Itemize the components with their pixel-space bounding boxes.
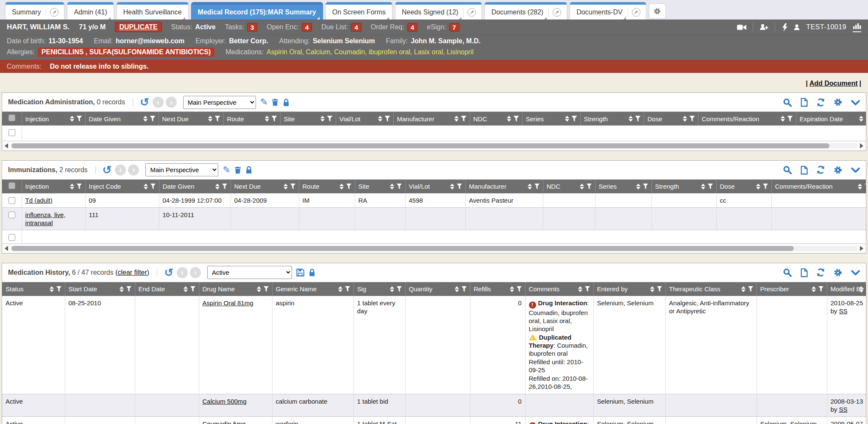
sort-icon[interactable] [629, 116, 633, 122]
open-enc-count-badge[interactable]: 4 [302, 23, 312, 32]
collapse-icon[interactable] [851, 166, 860, 174]
column-header[interactable]: Comments/Reaction [698, 112, 796, 126]
select-all-checkbox[interactable] [2, 180, 22, 193]
sort-icon[interactable] [450, 184, 454, 190]
filter-icon[interactable] [77, 116, 82, 122]
drug-name-link[interactable]: Aspirin Oral 81mg [203, 299, 253, 307]
prev-perspective-icon[interactable]: ‹ [115, 165, 126, 176]
modified-by-link[interactable]: SS [839, 307, 848, 315]
tab-medical-record-mar-summary[interactable]: Medical Record (175):MAR Summary [191, 2, 323, 20]
sort-icon[interactable] [144, 184, 148, 190]
column-header[interactable]: End Date [135, 282, 199, 296]
lock-icon[interactable] [309, 268, 315, 276]
search-icon[interactable] [783, 268, 792, 277]
tab-needs-signed[interactable]: Needs Signed (12)↗ [395, 2, 482, 20]
filter-icon[interactable] [56, 286, 62, 292]
column-header[interactable]: Manufacturer [465, 180, 543, 193]
sort-icon[interactable] [184, 286, 188, 292]
search-icon[interactable] [783, 165, 792, 174]
filter-icon[interactable] [327, 116, 333, 122]
filter-icon[interactable] [77, 184, 82, 190]
scroll-right-icon[interactable] [860, 143, 863, 148]
lock-icon[interactable] [245, 166, 252, 174]
add-user-icon[interactable] [760, 24, 768, 31]
tasks-count-badge[interactable]: 3 [247, 23, 257, 32]
sort-icon[interactable] [580, 184, 584, 190]
tab-admin[interactable]: Admin (41) [67, 2, 114, 20]
filter-icon[interactable] [264, 286, 269, 292]
search-icon[interactable] [783, 98, 792, 107]
new-document-icon[interactable] [800, 165, 808, 175]
order-req-count-badge[interactable]: 4 [407, 23, 417, 32]
column-header[interactable]: Date Given [85, 112, 159, 126]
column-header[interactable]: Site [355, 180, 405, 193]
filter-icon[interactable] [462, 286, 467, 292]
sort-icon[interactable] [320, 116, 325, 122]
sort-icon[interactable] [70, 116, 74, 122]
sort-icon[interactable] [339, 184, 344, 190]
gear-icon[interactable] [833, 98, 843, 107]
filter-icon[interactable] [346, 184, 352, 190]
column-header[interactable]: Comments [525, 282, 593, 296]
edit-icon[interactable]: ✎ [260, 97, 268, 108]
tab-documents[interactable]: Documents (282)↗ [484, 2, 567, 20]
sort-icon[interactable] [812, 286, 816, 292]
sort-icon[interactable] [701, 184, 705, 190]
column-header[interactable]: Vial/Lot [336, 112, 393, 126]
column-header[interactable]: Series [522, 112, 580, 126]
column-header[interactable]: Series [595, 180, 651, 193]
filter-icon[interactable] [345, 286, 351, 292]
gear-icon[interactable] [833, 165, 843, 175]
video-camera-icon[interactable] [737, 24, 746, 30]
sort-icon[interactable] [454, 116, 459, 122]
column-header[interactable]: Prescriber [757, 282, 827, 296]
column-header[interactable]: Route [223, 112, 280, 126]
scroll-right-icon[interactable] [860, 246, 863, 251]
sort-icon[interactable] [50, 286, 54, 292]
column-header[interactable]: Manufacturer [393, 112, 470, 126]
sort-icon[interactable] [208, 116, 212, 122]
popout-icon[interactable]: ↗ [50, 8, 58, 17]
filter-icon[interactable] [690, 116, 695, 122]
add-document-link[interactable]: Add Document [810, 80, 858, 87]
tab-health-surveillance[interactable]: Health Surveillance [117, 2, 189, 20]
tab-documents-dv[interactable]: Documents-DV↗ [570, 2, 646, 20]
sort-icon[interactable] [578, 286, 582, 292]
tab-summary[interactable]: Summary↗ [5, 2, 64, 20]
delete-icon[interactable] [272, 98, 278, 106]
filter-icon[interactable] [643, 184, 648, 190]
column-header[interactable]: NDC [470, 112, 522, 126]
sort-icon[interactable] [215, 184, 220, 190]
filter-icon[interactable] [517, 286, 522, 292]
filter-icon[interactable] [657, 286, 662, 292]
injection-link[interactable]: influenza, live, intranasal [25, 211, 66, 226]
sort-icon[interactable] [510, 286, 514, 292]
column-header[interactable]: Dose [644, 112, 698, 126]
column-header[interactable]: Injection [22, 180, 85, 193]
sort-icon[interactable] [507, 116, 511, 122]
filter-icon[interactable] [385, 116, 390, 122]
scrollbar-track[interactable] [11, 246, 857, 251]
row-checkbox[interactable] [8, 234, 15, 241]
collapse-icon[interactable] [851, 98, 860, 106]
column-header[interactable]: Route [299, 180, 355, 193]
due-list-count-badge[interactable]: 4 [351, 23, 361, 32]
filter-icon[interactable] [587, 184, 592, 190]
filter-icon[interactable] [514, 116, 519, 122]
bar-chart-icon[interactable] [853, 22, 861, 29]
column-header[interactable]: Quantity [405, 282, 470, 296]
column-header[interactable]: Generic Name [272, 282, 353, 296]
filter-icon[interactable] [748, 286, 754, 292]
column-header[interactable]: Injection [22, 112, 85, 126]
filter-icon[interactable] [572, 116, 577, 122]
filter-select[interactable]: Active [207, 266, 292, 279]
prev-perspective-icon[interactable]: ‹ [153, 97, 164, 108]
filter-icon[interactable] [865, 184, 866, 190]
row-checkbox[interactable] [8, 197, 15, 204]
sort-icon[interactable] [781, 116, 785, 122]
save-icon[interactable] [296, 268, 304, 276]
popout-icon[interactable]: ↗ [632, 8, 640, 17]
filter-icon[interactable] [534, 184, 540, 190]
column-header[interactable]: Start Date [65, 282, 135, 296]
refresh-icon[interactable] [816, 98, 825, 107]
